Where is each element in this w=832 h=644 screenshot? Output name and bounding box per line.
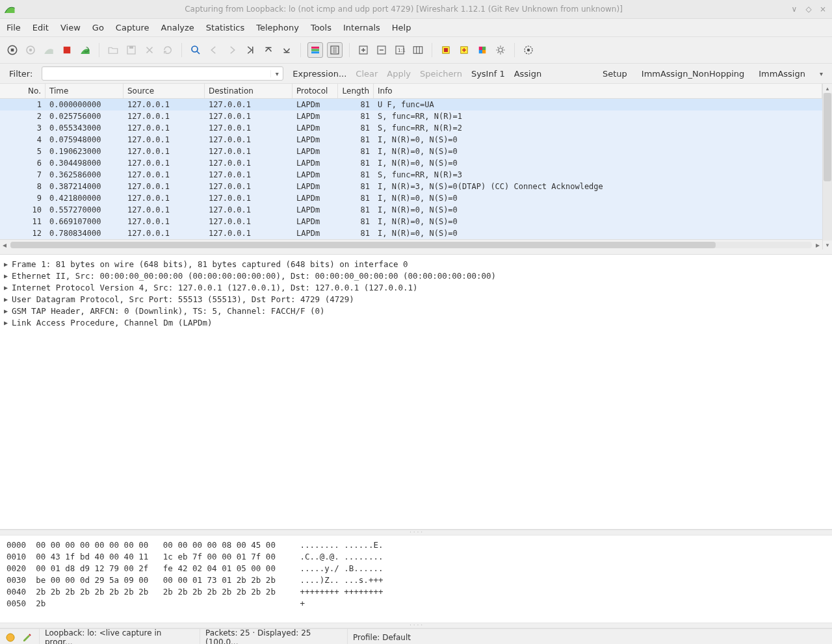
expand-icon[interactable]: ▶ <box>4 282 12 294</box>
menu-help[interactable]: Help <box>391 21 413 34</box>
close-file-icon[interactable] <box>142 43 157 57</box>
col-header-length[interactable]: Length <box>338 84 374 98</box>
zoom-in-icon[interactable] <box>356 43 370 57</box>
start-capture-icon[interactable] <box>42 43 56 57</box>
menu-go[interactable]: Go <box>91 21 105 34</box>
packet-list-body[interactable]: 10.000000000127.0.0.1127.0.0.1LAPDm81U F… <box>0 99 822 239</box>
edit-capture-comment-icon[interactable] <box>22 632 32 643</box>
expand-icon[interactable]: ▶ <box>4 259 12 270</box>
expand-icon[interactable]: ▶ <box>4 317 12 329</box>
col-header-protocol[interactable]: Protocol <box>292 84 338 98</box>
menu-analyze[interactable]: Analyze <box>160 21 196 34</box>
expand-icon[interactable]: ▶ <box>4 305 12 317</box>
packet-bytes-pane[interactable]: 0000 00 00 00 00 00 00 00 00 00 00 00 00… <box>0 535 832 623</box>
table-row[interactable]: 20.025756000127.0.0.1127.0.0.1LAPDm81S, … <box>0 110 822 122</box>
table-row[interactable]: 10.000000000127.0.0.1127.0.0.1LAPDm81U F… <box>0 99 822 110</box>
filter-immassign-button[interactable]: ImmAssign <box>759 69 805 79</box>
menu-capture[interactable]: Capture <box>114 21 151 34</box>
table-row[interactable]: 50.190623000127.0.0.1127.0.0.1LAPDm81I, … <box>0 146 822 157</box>
scroll-right-icon[interactable]: ▸ <box>813 240 822 250</box>
expand-icon[interactable]: ▶ <box>4 270 12 282</box>
capture-options-icon[interactable] <box>23 43 38 57</box>
open-file-icon[interactable] <box>106 43 120 57</box>
tree-item[interactable]: ▶Frame 1: 81 bytes on wire (648 bits), 8… <box>4 259 828 270</box>
menu-statistics[interactable]: Statistics <box>205 21 246 34</box>
table-row[interactable]: 60.304498000127.0.0.1127.0.0.1LAPDm81I, … <box>0 157 822 169</box>
clear-button[interactable]: Clear <box>356 69 378 79</box>
save-filter-button[interactable]: Speichern <box>420 69 462 79</box>
auto-scroll-icon[interactable] <box>327 42 343 58</box>
hscroll-thumb[interactable] <box>10 242 716 248</box>
apply-button[interactable]: Apply <box>387 69 411 79</box>
find-packet-icon[interactable] <box>188 43 203 57</box>
tree-item[interactable]: ▶Link Access Procedure, Channel Dm (LAPD… <box>4 317 828 329</box>
scroll-down-icon[interactable]: ▾ <box>823 240 832 250</box>
vscroll-thumb[interactable] <box>824 93 831 181</box>
go-first-icon[interactable] <box>261 43 276 57</box>
table-row[interactable]: 80.387214000127.0.0.1127.0.0.1LAPDm81I, … <box>0 181 822 192</box>
colorize-icon[interactable] <box>307 42 323 58</box>
filter-sysinf1-button[interactable]: SysInf 1 <box>471 69 505 79</box>
filter-assign-button[interactable]: Assign <box>514 69 542 79</box>
menu-edit[interactable]: Edit <box>31 21 50 34</box>
table-row[interactable]: 70.362586000127.0.0.1127.0.0.1LAPDm81S, … <box>0 169 822 181</box>
packet-list-hscroll[interactable]: ◂ ▸ <box>0 239 822 250</box>
filter-setup-button[interactable]: Setup <box>603 69 627 79</box>
table-row[interactable]: 90.421800000127.0.0.1127.0.0.1LAPDm81I, … <box>0 192 822 204</box>
zoom-out-icon[interactable] <box>374 43 389 57</box>
tree-item[interactable]: ▶GSM TAP Header, ARFCN: 0 (Downlink), TS… <box>4 305 828 317</box>
table-row[interactable]: 100.557270000127.0.0.1127.0.0.1LAPDm81I,… <box>0 204 822 216</box>
pane-splitter[interactable]: · · · · <box>0 530 832 535</box>
restart-capture-icon[interactable] <box>78 43 92 57</box>
minimize-icon[interactable]: ∨ <box>789 5 800 14</box>
scroll-up-icon[interactable]: ▴ <box>823 84 832 93</box>
filter-input[interactable] <box>42 69 270 79</box>
expand-icon[interactable]: ▶ <box>4 294 12 305</box>
menu-view[interactable]: View <box>59 21 82 34</box>
tree-item[interactable]: ▶Ethernet II, Src: 00:00:00_00:00:00 (00… <box>4 270 828 282</box>
vscroll-track[interactable] <box>823 93 832 240</box>
filter-immassign-nonhopping-button[interactable]: ImmAssign_NonHopping <box>642 69 744 79</box>
go-last-icon[interactable] <box>280 43 294 57</box>
resize-columns-icon[interactable] <box>411 43 425 57</box>
tree-item[interactable]: ▶Internet Protocol Version 4, Src: 127.0… <box>4 282 828 294</box>
pane-splitter[interactable]: · · · · <box>0 623 832 628</box>
col-header-time[interactable]: Time <box>46 84 124 98</box>
menu-telephony[interactable]: Telephony <box>255 21 300 34</box>
maximize-icon[interactable]: ◇ <box>803 5 814 14</box>
tree-item[interactable]: ▶User Datagram Protocol, Src Port: 55513… <box>4 294 828 305</box>
table-row[interactable]: 120.780834000127.0.0.1127.0.0.1LAPDm81I,… <box>0 227 822 239</box>
filter-more-dropdown-icon[interactable]: ▾ <box>820 70 823 77</box>
status-profile[interactable]: Profile: Default <box>347 629 827 644</box>
table-row[interactable]: 40.075948000127.0.0.1127.0.0.1LAPDm81I, … <box>0 134 822 146</box>
go-back-icon[interactable] <box>207 43 221 57</box>
expression-button[interactable]: Expression... <box>292 69 346 79</box>
filter-dropdown-icon[interactable]: ▾ <box>270 70 283 77</box>
scroll-left-icon[interactable]: ◂ <box>0 240 9 250</box>
capture-filters-icon[interactable] <box>439 43 453 57</box>
preferences-icon[interactable] <box>493 43 508 57</box>
go-forward-icon[interactable] <box>225 43 239 57</box>
menu-internals[interactable]: Internals <box>342 21 382 34</box>
col-header-no[interactable]: No. <box>0 84 46 98</box>
menu-file[interactable]: File <box>5 21 22 34</box>
table-row[interactable]: 30.055343000127.0.0.1127.0.0.1LAPDm81S, … <box>0 122 822 134</box>
col-header-destination[interactable]: Destination <box>205 84 292 98</box>
hscroll-track[interactable] <box>10 242 812 248</box>
reload-icon[interactable] <box>161 43 175 57</box>
col-header-source[interactable]: Source <box>124 84 205 98</box>
coloring-rules-icon[interactable] <box>475 43 489 57</box>
packet-details-pane[interactable]: ▶Frame 1: 81 bytes on wire (648 bits), 8… <box>0 254 832 530</box>
stop-capture-icon[interactable] <box>60 43 74 57</box>
expert-info-icon[interactable] <box>5 632 16 643</box>
go-to-packet-icon[interactable] <box>243 43 257 57</box>
table-row[interactable]: 110.669107000127.0.0.1127.0.0.1LAPDm81I,… <box>0 216 822 227</box>
save-file-icon[interactable] <box>124 43 138 57</box>
packet-list-vscroll[interactable]: ▴ ▾ <box>822 84 832 250</box>
display-filters-icon[interactable] <box>457 43 471 57</box>
help-icon[interactable] <box>521 43 536 57</box>
col-header-info[interactable]: Info <box>374 84 822 98</box>
zoom-reset-icon[interactable]: 1:1 <box>393 43 407 57</box>
menu-tools[interactable]: Tools <box>309 21 333 34</box>
interfaces-icon[interactable] <box>5 43 20 57</box>
